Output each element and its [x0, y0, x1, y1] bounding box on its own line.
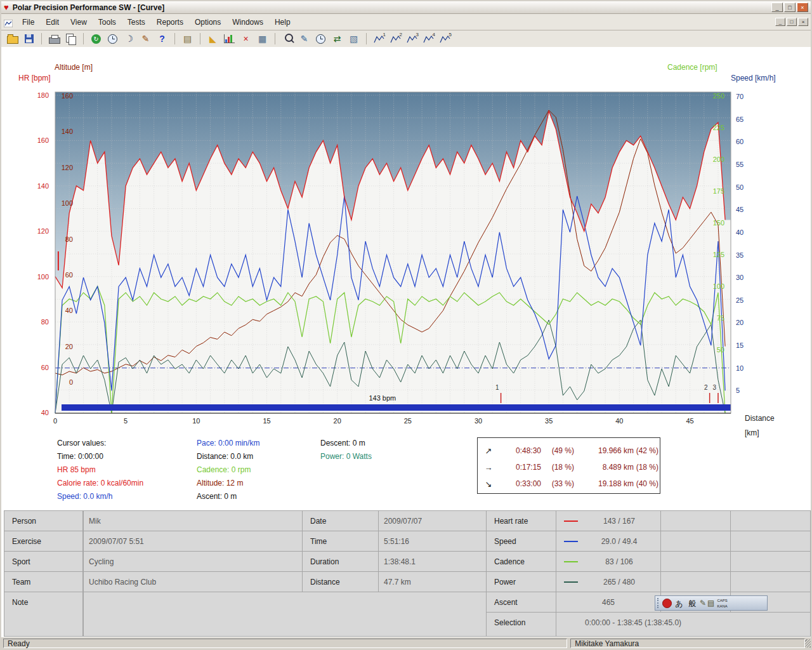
slope-time: 0:33:00 — [499, 479, 541, 488]
distance-value: 47.7 km — [378, 571, 487, 592]
edit-curve-button[interactable]: ✎ — [297, 32, 311, 46]
curve-view-4-button[interactable]: 4 — [421, 32, 436, 46]
svg-text:60: 60 — [65, 271, 73, 279]
speed-value: 29.0 / 49.4 — [556, 531, 661, 552]
cursor-value-line: Cadence: 0 rpm — [197, 463, 259, 477]
ime-conversion-mode-button[interactable]: 般 — [686, 597, 698, 609]
menu-windows[interactable]: Windows — [226, 16, 269, 29]
edit-exercise-icon: ✎ — [142, 34, 150, 43]
sport-value: Cycling — [83, 551, 303, 572]
minimize-button[interactable]: _ — [771, 3, 783, 12]
ime-kana-button[interactable]: KANA — [716, 603, 728, 609]
distance-axis-title: Distance — [745, 414, 775, 423]
curve-view-4-icon: 4 — [423, 34, 434, 44]
curve-chart[interactable]: 143 bpm123180160140120100806040160140120… — [1, 47, 812, 437]
ime-tools-icon[interactable]: ✎ — [700, 599, 706, 607]
altitude-axis-title: Altitude [m] — [55, 63, 93, 72]
zoom-tool-button[interactable] — [280, 32, 295, 46]
menu-edit[interactable]: Edit — [40, 16, 65, 29]
compare-curves-button[interactable]: ⇄ — [330, 32, 344, 46]
copy-to-clipboard-button[interactable] — [63, 32, 78, 46]
exercise-info-table: PersonMikDate2009/07/07Heart rate143 / 1… — [4, 510, 811, 637]
svg-text:20: 20 — [736, 319, 743, 326]
time-value: 5:51:16 — [378, 531, 487, 552]
training-diary-button[interactable]: ▤ — [180, 32, 195, 46]
open-exercise-button[interactable] — [5, 32, 20, 46]
cursor-value-line: Altitude: 12 m — [197, 477, 259, 490]
curve-view-1-icon: 1 — [374, 34, 384, 44]
svg-text:80: 80 — [41, 318, 49, 326]
menu-help[interactable]: Help — [269, 16, 296, 29]
daily-activity-icon — [108, 34, 117, 44]
time-distance-scale-button[interactable] — [313, 32, 328, 46]
curve-options-button[interactable]: ▧ — [346, 32, 361, 46]
svg-text:75: 75 — [717, 314, 724, 322]
hr-axis-ticks: 180160140120100806040 — [37, 91, 49, 416]
status-message: Ready — [3, 639, 567, 648]
curve-view-2-button[interactable]: 2 — [388, 32, 403, 46]
mdi-close-button[interactable]: × — [798, 18, 808, 26]
delete-curve-button[interactable]: × — [239, 32, 253, 46]
ime-caps-button[interactable]: CAPS — [716, 597, 728, 603]
svg-text:45: 45 — [736, 206, 743, 213]
curve-view-2-icon: 2 — [390, 34, 401, 44]
ime-dictionary-icon[interactable]: ▤ — [707, 599, 714, 607]
slope-summary-box: ↗0:48:30(49 %)19.966 km(42 %)→0:17:15(18… — [477, 437, 660, 494]
curve-view-3-button[interactable]: 3 — [405, 32, 419, 46]
descending-arrow-icon: ↘ — [478, 479, 499, 489]
cursor-value-line: Calorie rate: 0 kcal/60min — [57, 477, 143, 490]
data-grid-view-button[interactable]: ▦ — [255, 32, 270, 46]
close-button[interactable]: × — [797, 3, 808, 12]
cadence-value: 83 / 106 — [556, 551, 661, 572]
edit-exercise-button[interactable]: ✎ — [138, 32, 153, 46]
mdi-restore-button[interactable]: □ — [787, 18, 797, 26]
area-chart-view-button[interactable]: ◣ — [206, 32, 220, 46]
ime-drag-handle[interactable] — [657, 598, 661, 608]
selection-bar[interactable] — [62, 404, 731, 411]
cursor-value-line: HR 85 bpm — [57, 463, 143, 477]
curve-view-5-button[interactable]: 5 — [438, 32, 452, 46]
svg-text:35: 35 — [545, 417, 553, 425]
time-label: Time — [302, 531, 379, 552]
svg-text:35: 35 — [736, 251, 743, 259]
duration-value: 1:38:48.1 — [378, 551, 487, 572]
menu-options[interactable]: Options — [189, 16, 226, 29]
svg-text:60: 60 — [736, 138, 743, 145]
svg-text:15: 15 — [263, 417, 270, 425]
resize-grip-icon[interactable] — [805, 639, 812, 647]
svg-text:60: 60 — [41, 364, 49, 371]
toolbar-separator — [275, 33, 275, 44]
save-exercise-button[interactable] — [22, 32, 36, 46]
flat-arrow-icon: → — [478, 463, 499, 472]
heart-rate-label: Heart rate — [486, 510, 556, 531]
date-label: Date — [302, 510, 379, 531]
menu-view[interactable]: View — [65, 16, 93, 29]
night-rest-button[interactable]: ☽ — [122, 32, 136, 46]
chart-panel: 143 bpm123180160140120100806040160140120… — [1, 47, 812, 437]
help-topics-button[interactable]: ? — [155, 32, 169, 46]
menu-file[interactable]: File — [16, 16, 40, 29]
print-button[interactable] — [47, 32, 62, 46]
ime-input-mode-button[interactable]: あ — [673, 597, 685, 609]
empty-cell — [730, 510, 811, 531]
histogram-view-button[interactable] — [222, 32, 237, 46]
daily-activity-button[interactable] — [105, 32, 120, 46]
time-distance-scale-icon — [316, 34, 325, 44]
ime-toolbar[interactable]: あ 般 ✎ ▤ CAPS KANA — [655, 595, 768, 611]
sport-label: Sport — [4, 551, 83, 572]
maximize-button[interactable]: □ — [784, 3, 796, 12]
selection-value: 0:00:00 - 1:38:45 (1:38:45.0) — [556, 612, 811, 637]
menu-reports[interactable]: Reports — [151, 16, 189, 29]
window-title: Polar Precision Performance SW - [Curve] — [13, 3, 164, 12]
cursor-value-line: Cursor values: — [57, 437, 143, 450]
edit-curve-icon: ✎ — [301, 34, 308, 43]
empty-cell — [730, 571, 811, 592]
histogram-view-icon — [224, 34, 235, 43]
curve-view-1-button[interactable]: 1 — [372, 32, 386, 46]
mdi-minimize-button[interactable]: _ — [775, 18, 785, 26]
help-topics-icon: ? — [159, 34, 165, 43]
menu-tests[interactable]: Tests — [122, 16, 151, 29]
cursor-values-panel: Cursor values:Time: 0:00:00HR 85 bpmCalo… — [1, 435, 812, 507]
menu-tools[interactable]: Tools — [93, 16, 122, 29]
transfer-from-monitor-button[interactable]: ↻ — [89, 32, 103, 46]
